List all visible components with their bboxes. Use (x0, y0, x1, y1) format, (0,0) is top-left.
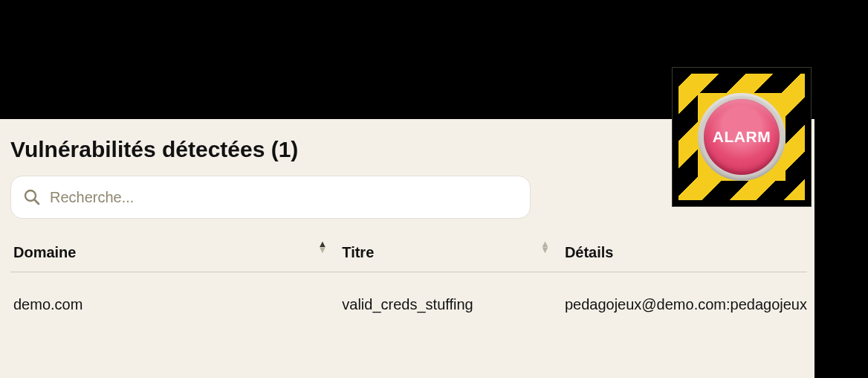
search-input[interactable] (48, 188, 518, 207)
cell-details: pedagojeux@demo.com:pedagojeux (562, 272, 807, 336)
sort-icon[interactable]: ▲▼ (317, 241, 327, 253)
alarm-button[interactable]: ALARM (704, 99, 780, 175)
column-header-domain[interactable]: Domaine ▲▼ (10, 244, 339, 272)
hazard-frame: ALARM (678, 74, 805, 200)
alarm-button-ring: ALARM (698, 93, 786, 181)
search-icon (23, 188, 41, 206)
cell-title: valid_creds_stuffing (339, 272, 562, 336)
cell-domain: demo.com (10, 272, 339, 336)
column-header-domain-label: Domaine (13, 244, 76, 260)
alarm-badge: ALARM (672, 67, 812, 207)
svg-line-1 (34, 199, 39, 204)
search-box[interactable] (10, 176, 531, 219)
column-header-title-label: Titre (342, 244, 374, 260)
column-header-details-label: Détails (565, 244, 614, 260)
column-header-title[interactable]: Titre ▲▼ (339, 244, 562, 272)
sort-icon[interactable]: ▲▼ (540, 241, 550, 253)
table-row[interactable]: demo.com valid_creds_stuffing pedagojeux… (10, 272, 807, 336)
column-header-details[interactable]: Détails (562, 244, 807, 272)
vulnerabilities-table: Domaine ▲▼ Titre ▲▼ Détails demo.co (10, 244, 807, 336)
